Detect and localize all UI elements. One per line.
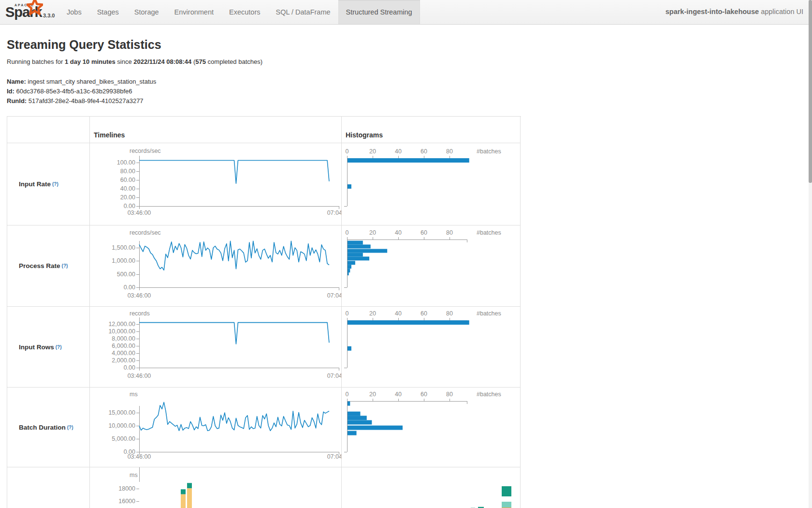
batch-duration-histogram-chart: 020406080#batches	[342, 388, 521, 467]
svg-text:100.00: 100.00	[117, 159, 135, 166]
svg-text:#batches: #batches	[477, 391, 501, 398]
input-rows-timeline-chart: records12,000.0010,000.008,000.006,000.0…	[90, 307, 342, 388]
completed-batches-count: 575	[195, 58, 206, 65]
batch-duration-label: Batch Duration	[19, 424, 66, 431]
spark-logo: APACHE Spark 3.3.0	[0, 0, 59, 24]
input-rate-help-link[interactable]: (?)	[52, 181, 58, 187]
svg-text:0.00: 0.00	[124, 364, 135, 371]
row-label-batch-duration: Batch Duration(?)	[7, 388, 90, 467]
process-rate-timeline-cell: records/sec1,500.001,000.00500.000.0003:…	[90, 225, 342, 307]
svg-text:0.00: 0.00	[124, 203, 135, 209]
svg-text:#batches: #batches	[477, 310, 501, 317]
svg-text:6,000.00: 6,000.00	[112, 343, 135, 349]
app-title: spark-ingest-into-lakehouse application …	[666, 0, 803, 23]
svg-text:8,000.00: 8,000.00	[112, 335, 135, 342]
svg-text:18000: 18000	[118, 485, 135, 492]
spark-version: 3.3.0	[43, 13, 55, 18]
input-rate-histogram-cell: 020406080#batches	[342, 143, 521, 225]
svg-text:0.00: 0.00	[124, 284, 135, 291]
input-rate-label: Input Rate	[19, 180, 51, 188]
tab-sql-dataframe[interactable]: SQL / DataFrame	[268, 0, 338, 24]
svg-text:4,000.00: 4,000.00	[112, 350, 135, 357]
input-rows-timeline-cell: records12,000.0010,000.008,000.006,000.0…	[90, 307, 342, 388]
input-rate-timeline-chart: records/sec100.0080.0060.0040.0020.000.0…	[90, 143, 342, 225]
batch-duration-timeline-cell: ms15,000.0010,000.005,000.000.0003:46:00…	[90, 388, 342, 467]
row-label-input-rate: Input Rate(?)	[7, 143, 90, 225]
svg-text:80: 80	[446, 310, 453, 317]
header-histograms: Histograms	[342, 117, 521, 143]
tab-structured-streaming[interactable]: Structured Streaming	[338, 0, 420, 24]
input-rows-histogram-cell: 020406080#batches	[342, 307, 521, 388]
app-title-suffix: application UI	[759, 8, 803, 15]
input-rows-help-link[interactable]: (?)	[56, 344, 62, 350]
svg-text:0: 0	[346, 148, 349, 155]
svg-text:03:46:00: 03:46:00	[128, 292, 151, 299]
scrollbar-track[interactable]	[809, 0, 812, 508]
svg-text:03:46:00: 03:46:00	[128, 373, 151, 379]
svg-text:records/sec: records/sec	[130, 148, 161, 154]
statistics-table: Timelines Histograms Input Rate(?)record…	[7, 116, 521, 508]
svg-text:ms: ms	[130, 391, 138, 398]
svg-text:20: 20	[369, 229, 376, 236]
input-rate-histogram-chart: 020406080#batches	[342, 143, 521, 225]
svg-text:10,000.00: 10,000.00	[108, 328, 135, 335]
process-rate-help-link[interactable]: (?)	[62, 263, 68, 269]
scrollbar-thumb[interactable]	[809, 0, 812, 183]
svg-text:80: 80	[446, 229, 453, 236]
row-label-input-rows: Input Rows(?)	[7, 307, 90, 388]
svg-text:03:46:00: 03:46:00	[128, 209, 151, 216]
running-duration: 1 day 10 minutes	[65, 58, 116, 65]
svg-text:40: 40	[395, 229, 402, 236]
tab-stages[interactable]: Stages	[89, 0, 127, 24]
svg-text:60: 60	[420, 148, 427, 155]
svg-text:80: 80	[446, 148, 453, 155]
svg-text:20: 20	[369, 310, 376, 317]
tab-storage[interactable]: Storage	[127, 0, 167, 24]
tab-environment[interactable]: Environment	[167, 0, 221, 24]
svg-text:20: 20	[369, 391, 376, 398]
svg-text:2,000.00: 2,000.00	[112, 357, 135, 364]
svg-text:60: 60	[420, 310, 427, 317]
batch-duration-timeline-chart: ms15,000.0010,000.005,000.000.0003:46:00…	[90, 388, 342, 467]
batch-duration-histogram-cell: 020406080#batches	[342, 388, 521, 467]
process-rate-histogram-chart: 020406080#batches	[342, 225, 521, 307]
page-content: Streaming Query Statistics Running batch…	[0, 38, 812, 508]
svg-text:10,000.00: 10,000.00	[108, 422, 135, 429]
svg-text:80.00: 80.00	[120, 168, 135, 175]
tab-jobs[interactable]: Jobs	[59, 0, 89, 24]
svg-text:60: 60	[420, 391, 427, 398]
svg-text:07:04:00: 07:04:00	[327, 453, 342, 460]
query-id: 60dc3768-85e3-4fb5-a13c-63b29938bfe6	[14, 88, 132, 95]
svg-text:0: 0	[346, 310, 349, 317]
process-rate-histogram-cell: 020406080#batches	[342, 225, 521, 307]
svg-text:07:04:00: 07:04:00	[327, 209, 342, 216]
svg-text:80: 80	[446, 391, 453, 398]
operation-duration-histogram-chart	[342, 467, 521, 508]
svg-text:0: 0	[346, 229, 349, 236]
row-label-operation-duration	[7, 467, 90, 508]
query-id-line: Id: 60dc3768-85e3-4fb5-a13c-63b29938bfe6	[7, 87, 812, 96]
query-name: ingest smart_city shared_bikes_station_s…	[26, 78, 157, 85]
svg-text:5,000.00: 5,000.00	[112, 435, 135, 442]
spark-star-icon	[27, 0, 43, 16]
header-timelines: Timelines	[90, 117, 342, 143]
input-rows-histogram-chart: 020406080#batches	[342, 307, 521, 388]
query-runid: 517afd3f-28e2-4ba8-9fe4-4102527a3277	[27, 97, 143, 105]
process-rate-timeline-chart: records/sec1,500.001,000.00500.000.0003:…	[90, 225, 342, 307]
tab-executors[interactable]: Executors	[221, 0, 268, 24]
batch-duration-help-link[interactable]: (?)	[67, 425, 73, 430]
svg-text:ms: ms	[130, 472, 138, 478]
input-rate-timeline-cell: records/sec100.0080.0060.0040.0020.000.0…	[90, 143, 342, 225]
running-since: 2022/11/24 08:08:44	[133, 58, 191, 65]
svg-text:20.00: 20.00	[120, 194, 135, 201]
svg-text:16000: 16000	[118, 498, 135, 505]
svg-text:40: 40	[395, 148, 402, 155]
svg-text:12,000.00: 12,000.00	[108, 321, 135, 328]
svg-text:#batches: #batches	[477, 148, 501, 155]
query-meta: Name: ingest smart_city shared_bikes_sta…	[7, 77, 812, 106]
operation-duration-histogram-cell	[342, 467, 521, 508]
svg-text:60: 60	[420, 229, 427, 236]
svg-text:records/sec: records/sec	[130, 229, 161, 236]
process-rate-label: Process Rate	[19, 262, 60, 269]
query-name-line: Name: ingest smart_city shared_bikes_sta…	[7, 77, 812, 87]
